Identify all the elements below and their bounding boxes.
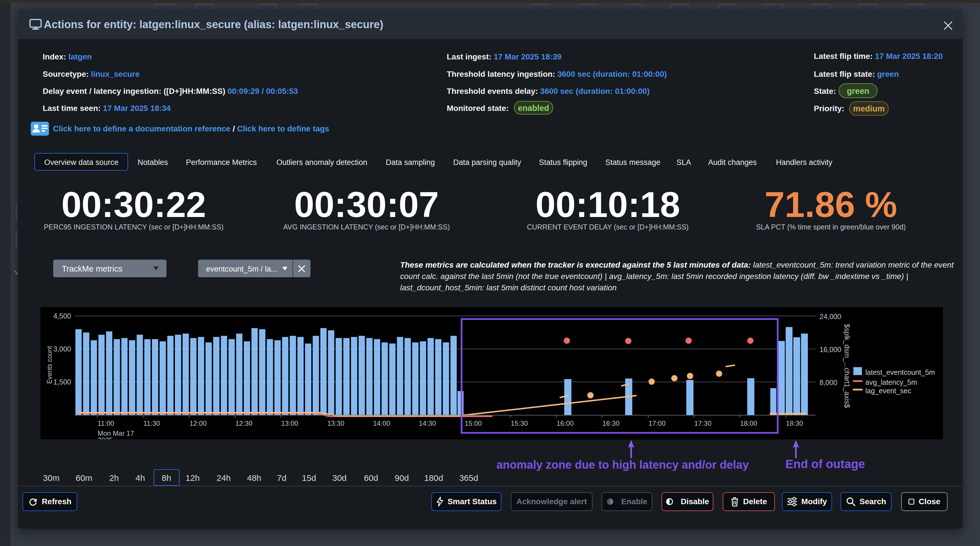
svg-text:18:30: 18:30 xyxy=(786,419,803,427)
svg-text:14:30: 14:30 xyxy=(419,419,436,427)
svg-text:16,000: 16,000 xyxy=(819,346,841,354)
svg-text:avg_latency_5m: avg_latency_5m xyxy=(865,378,917,386)
svg-text:15:30: 15:30 xyxy=(511,419,528,427)
svg-text:4,500: 4,500 xyxy=(53,312,71,320)
svg-text:18:00: 18:00 xyxy=(740,419,757,427)
svg-text:13:30: 13:30 xyxy=(327,419,344,427)
svg-text:11:00: 11:00 xyxy=(98,419,114,427)
svg-text:Mon Mar 17: Mon Mar 17 xyxy=(98,429,134,437)
svg-text:17:00: 17:00 xyxy=(649,419,665,427)
svg-text:2025: 2025 xyxy=(98,436,113,440)
svg-text:24,000: 24,000 xyxy=(819,313,841,321)
svg-text:$splk_dsm_...chart1_axis$: $splk_dsm_...chart1_axis$ xyxy=(843,324,851,408)
svg-text:13:00: 13:00 xyxy=(281,419,298,427)
svg-text:15:00: 15:00 xyxy=(465,419,482,427)
svg-text:lag_event_sec: lag_event_sec xyxy=(865,387,911,395)
svg-text:16:30: 16:30 xyxy=(602,419,619,427)
svg-text:Events count: Events count xyxy=(46,346,53,384)
svg-text:17:30: 17:30 xyxy=(694,419,711,427)
svg-text:16:00: 16:00 xyxy=(557,419,574,427)
svg-text:14:00: 14:00 xyxy=(373,419,390,427)
svg-text:3,000: 3,000 xyxy=(53,345,71,353)
svg-text:latest_eventcount_5m: latest_eventcount_5m xyxy=(865,368,935,376)
svg-text:12:30: 12:30 xyxy=(235,419,252,427)
svg-text:11:30: 11:30 xyxy=(143,419,160,427)
svg-text:12:00: 12:00 xyxy=(189,419,207,427)
svg-text:1,500: 1,500 xyxy=(53,378,71,386)
svg-text:8,000: 8,000 xyxy=(819,378,837,386)
